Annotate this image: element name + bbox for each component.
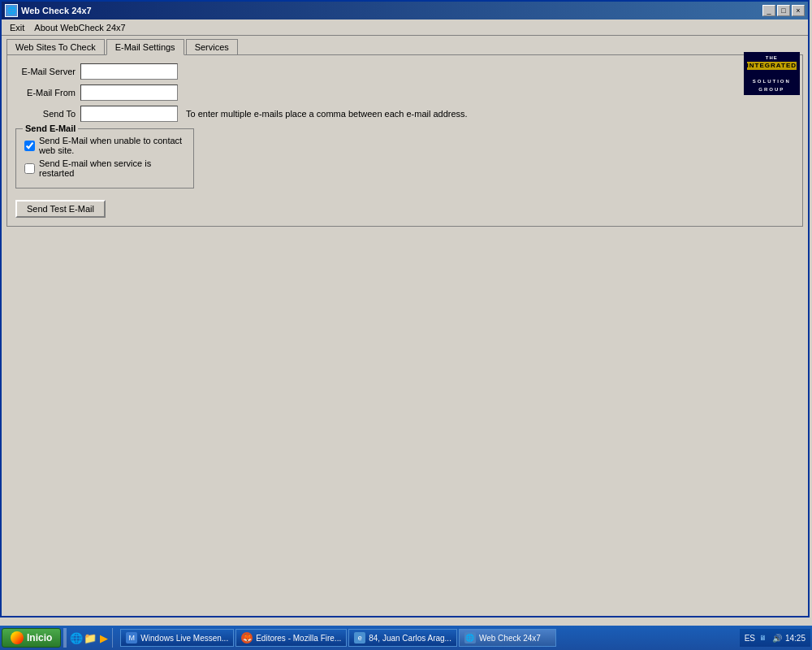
tab-web-sites[interactable]: Web Sites To Check	[6, 39, 105, 54]
menu-exit[interactable]: Exit	[5, 21, 29, 34]
volume-icon: 🔊	[771, 632, 783, 644]
taskbar-item-webcheck[interactable]: 🌐 Web Check 24x7	[459, 629, 556, 647]
start-button[interactable]: Inicio	[2, 628, 61, 648]
firefox-label: Editores - Mozilla Fire...	[256, 634, 341, 643]
email-server-row: E-Mail Server	[15, 63, 794, 80]
email-server-label: E-Mail Server	[15, 67, 80, 76]
checkbox2-label[interactable]: Send E-mail when service is restarted	[39, 158, 185, 178]
title-buttons: _ □ ×	[762, 5, 805, 16]
minimize-button[interactable]: _	[762, 5, 775, 16]
send-email-restarted-checkbox[interactable]	[24, 163, 35, 174]
network-icon: 🖥	[758, 632, 769, 644]
email-from-row: E-Mail From	[15, 84, 794, 101]
tab-bar: Web Sites To Check E-Mail Settings Servi…	[2, 36, 808, 54]
maximize-button[interactable]: □	[777, 5, 790, 16]
send-email-group: Send E-Mail Send E-Mail when unable to c…	[15, 128, 194, 188]
tab-email-settings[interactable]: E-Mail Settings	[106, 39, 184, 55]
checkbox1-label[interactable]: Send E-Mail when unable to contact web s…	[39, 136, 185, 155]
send-to-label: Send To	[15, 109, 80, 119]
email-server-input[interactable]	[80, 63, 178, 80]
group-title: Send E-Mail	[23, 124, 78, 133]
checkbox1-row: Send E-Mail when unable to contact web s…	[24, 136, 185, 155]
start-icon	[11, 631, 24, 644]
checkbox2-row: Send E-mail when service is restarted	[24, 158, 185, 178]
tab-services[interactable]: Services	[186, 39, 238, 54]
tab-content: E-Mail Server E-Mail From Send To To ent…	[6, 54, 803, 227]
logo-area: THE INTEGRATED SOLUTION GROUP	[744, 52, 800, 95]
send-test-email-button[interactable]: Send Test E-Mail	[15, 200, 106, 218]
logo-the: THE	[766, 55, 778, 60]
logo-solution: SOLUTION	[753, 79, 791, 84]
send-email-unable-checkbox[interactable]	[24, 141, 35, 151]
email-from-label: E-Mail From	[15, 88, 80, 98]
menu-bar: Exit About WebCheck 24x7	[2, 20, 808, 36]
messenger-icon: M	[126, 632, 137, 644]
close-button[interactable]: ×	[792, 5, 805, 16]
send-to-row: Send To To enter multiple e-mails place …	[15, 106, 794, 122]
send-to-input[interactable]	[80, 106, 178, 122]
logo-integrated: INTEGRATED	[747, 62, 797, 70]
taskbar-item-browser[interactable]: e 84, Juan Carlos Arag...	[348, 629, 457, 647]
browser-label: 84, Juan Carlos Arag...	[369, 634, 451, 643]
taskbar-items: M Windows Live Messen... 🦊 Editores - Mo…	[120, 629, 739, 647]
clock: 14:25	[785, 634, 806, 643]
taskbar-item-firefox[interactable]: 🦊 Editores - Mozilla Fire...	[235, 629, 347, 647]
logo: THE INTEGRATED SOLUTION GROUP	[744, 52, 800, 95]
folder-icon[interactable]: 📁	[84, 632, 96, 644]
divider	[63, 628, 67, 648]
start-label: Inicio	[27, 632, 52, 644]
taskbar: Inicio 🌐 📁 ▶ M Windows Live Messen... 🦊 …	[0, 626, 812, 650]
title-bar: 🌐 Web Check 24x7 _ □ ×	[2, 2, 808, 20]
main-window: 🌐 Web Check 24x7 _ □ × Exit About WebChe…	[0, 0, 810, 618]
browser-icon: e	[354, 632, 365, 644]
window-icon: 🌐	[5, 4, 18, 17]
sys-tray: ES 🖥 🔊 14:25	[740, 629, 810, 647]
send-to-note: To enter multiple e-mails place a comma …	[186, 109, 468, 119]
title-bar-left: 🌐 Web Check 24x7	[5, 4, 92, 17]
lang-indicator: ES	[745, 634, 755, 643]
window-title: Web Check 24x7	[21, 6, 92, 15]
taskbar-item-messenger[interactable]: M Windows Live Messen...	[120, 629, 234, 647]
menu-about[interactable]: About WebCheck 24x7	[29, 21, 130, 34]
logo-group: GROUP	[758, 87, 784, 92]
webcheck-icon: 🌐	[464, 632, 476, 644]
firefox-icon: 🦊	[241, 632, 253, 644]
messenger-label: Windows Live Messen...	[140, 634, 228, 643]
email-from-input[interactable]	[80, 84, 178, 101]
quick-launch: 🌐 📁 ▶	[71, 632, 110, 644]
webcheck-label: Web Check 24x7	[479, 634, 541, 643]
media-icon[interactable]: ▶	[98, 632, 110, 644]
ie-icon[interactable]: 🌐	[71, 632, 82, 644]
divider2	[112, 628, 113, 648]
